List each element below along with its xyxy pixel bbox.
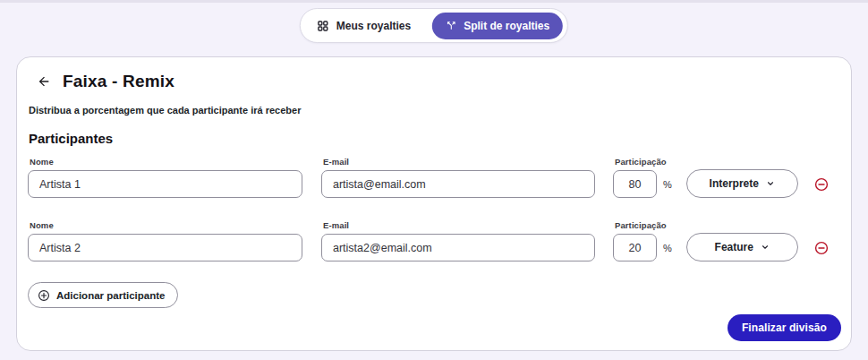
share-label: Participação [613, 157, 657, 167]
split-icon [446, 20, 457, 31]
remove-participant-button-1[interactable] [814, 177, 829, 192]
participant-row: Nome E-mail Participação % Interprete [28, 157, 840, 198]
name-input-1[interactable] [28, 170, 302, 198]
role-dropdown-2-value: Feature [715, 241, 753, 253]
finalize-split-button[interactable]: Finalizar divisão [728, 314, 841, 341]
tab-split-de-royalties-label: Split de royalties [464, 20, 549, 32]
back-button[interactable] [35, 73, 53, 90]
share-input-1[interactable] [613, 170, 657, 198]
add-participant-button[interactable]: Adicionar participante [28, 282, 178, 308]
role-dropdown-1-value: Interprete [710, 177, 759, 190]
chevron-down-icon [761, 243, 770, 252]
remove-participant-button-2[interactable] [814, 241, 829, 255]
share-input-2[interactable] [613, 234, 657, 261]
percent-sign: % [663, 243, 672, 253]
add-participant-label: Adicionar participante [56, 290, 165, 301]
name-input-2[interactable] [28, 234, 302, 261]
share-label: Participação [613, 220, 657, 230]
name-label: Nome [28, 157, 302, 167]
split-royalties-card: Faixa - Remix Distribua a porcentagem qu… [16, 56, 852, 351]
participant-row: Nome E-mail Participação % Feature [28, 220, 840, 261]
participants-section-title: Participantes [28, 131, 840, 146]
tab-meus-royalties[interactable]: Meus royalties [301, 13, 432, 39]
royalties-toggle: Meus royalties Split de royalties [300, 8, 568, 43]
card-header: Faixa - Remix [28, 72, 840, 91]
email-input-2[interactable] [321, 234, 595, 261]
grid-icon [317, 20, 329, 32]
plus-circle-icon [38, 289, 50, 302]
back-arrow-icon [37, 74, 51, 89]
role-dropdown-2[interactable]: Feature [686, 233, 798, 261]
email-label: E-mail [321, 157, 595, 167]
minus-circle-icon [814, 177, 829, 192]
page-subtitle: Distribua a porcentagem que cada partici… [28, 105, 840, 116]
email-label: E-mail [321, 220, 595, 230]
email-input-1[interactable] [321, 170, 595, 198]
role-dropdown-1[interactable]: Interprete [686, 169, 798, 198]
page-title: Faixa - Remix [63, 72, 174, 91]
tab-split-de-royalties[interactable]: Split de royalties [432, 13, 563, 39]
minus-circle-icon [814, 241, 829, 255]
percent-sign: % [663, 179, 672, 190]
chevron-down-icon [766, 179, 775, 188]
name-label: Nome [28, 220, 302, 230]
tab-meus-royalties-label: Meus royalties [336, 20, 411, 32]
